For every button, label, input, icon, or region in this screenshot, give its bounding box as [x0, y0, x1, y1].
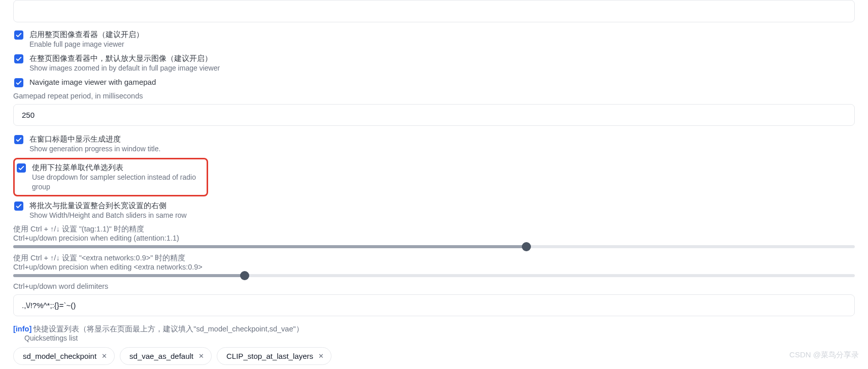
checkbox-zoomed-en: Show images zoomed in by default in full… [29, 63, 220, 73]
quicksettings-cn: 快捷设置列表（将显示在页面最上方，建议填入"sd_model_checkpoin… [34, 325, 303, 333]
tag-item[interactable]: sd_model_checkpoint ✕ [13, 347, 115, 365]
slider-fill [13, 245, 526, 248]
checkbox-batch-en: Show Width/Height and Batch sliders in s… [29, 211, 187, 220]
tag-item[interactable]: CLIP_stop_at_last_layers ✕ [217, 347, 331, 365]
close-icon[interactable]: ✕ [102, 352, 107, 360]
highlight-dropdown: 使用下拉菜单取代单选列表 Use dropdown for sampler se… [13, 158, 208, 196]
checkbox-icon [14, 78, 23, 87]
watermark: CSDN @菜鸟分享录 [789, 350, 859, 360]
checkbox-icon [17, 163, 26, 173]
checkbox-dropdown-cn: 使用下拉菜单取代单选列表 [32, 162, 204, 173]
info-tag: [info] [13, 325, 31, 333]
slider1-label-cn: 使用 Ctrl + ↑/↓ 设置 "(tag:1.1)" 时的精度 [13, 224, 855, 234]
checkbox-fullpage[interactable]: 启用整页图像查看器（建议开启） Enable full page image v… [14, 29, 855, 49]
tag-label: sd_vae_as_default [129, 352, 193, 360]
checkbox-progress[interactable]: 在窗口标题中显示生成进度 Show generation progress in… [14, 134, 855, 154]
slider2-label-cn: 使用 Ctrl + ↑/↓ 设置 "<extra networks:0.9>" … [13, 253, 855, 263]
empty-input-box[interactable] [13, 0, 855, 22]
checkbox-gamepad-label: Navigate image viewer with gamepad [29, 77, 156, 87]
checkbox-fullpage-cn: 启用整页图像查看器（建议开启） [29, 29, 144, 40]
checkbox-batch-cn: 将批次与批量设置整合到长宽设置的右侧 [29, 200, 187, 211]
slider2-label-en: Ctrl+up/down precision when editing <ext… [13, 263, 855, 271]
slider-extranetworks[interactable] [13, 274, 855, 277]
slider-attention[interactable] [13, 245, 855, 248]
checkbox-fullpage-en: Enable full page image viewer [29, 40, 144, 49]
delimiters-input[interactable] [13, 294, 855, 316]
checkbox-icon [14, 54, 23, 63]
checkbox-icon [14, 30, 23, 40]
tag-label: sd_model_checkpoint [23, 352, 96, 360]
checkbox-gamepad[interactable]: Navigate image viewer with gamepad [14, 77, 855, 87]
delimiters-label: Ctrl+up/down word delimiters [13, 282, 855, 290]
close-icon[interactable]: ✕ [198, 352, 204, 360]
checkbox-icon [14, 135, 23, 144]
slider-fill [13, 274, 245, 277]
checkbox-icon [14, 202, 23, 211]
close-icon[interactable]: ✕ [318, 352, 324, 360]
checkbox-dropdown-en: Use dropdown for sampler selection inste… [32, 173, 204, 192]
slider-thumb[interactable] [522, 242, 531, 251]
quicksettings-tags[interactable]: sd_model_checkpoint ✕ sd_vae_as_default … [13, 347, 855, 365]
quicksettings-label: [info] 快捷设置列表（将显示在页面最上方，建议填入"sd_model_ch… [13, 324, 855, 334]
slider-thumb[interactable] [240, 271, 249, 280]
tag-item[interactable]: sd_vae_as_default ✕ [120, 347, 212, 365]
gamepad-period-label: Gamepad repeat period, in milliseconds [13, 92, 855, 100]
checkbox-progress-en: Show generation progress in window title… [29, 144, 160, 154]
checkbox-batch[interactable]: 将批次与批量设置整合到长宽设置的右侧 Show Width/Height and… [14, 200, 855, 220]
quicksettings-sub: Quicksettings list [24, 334, 855, 342]
checkbox-progress-cn: 在窗口标题中显示生成进度 [29, 134, 160, 144]
gamepad-period-input[interactable] [13, 104, 855, 126]
checkbox-zoomed-cn: 在整页图像查看器中，默认放大显示图像（建议开启） [29, 53, 220, 63]
tag-label: CLIP_stop_at_last_layers [226, 352, 313, 360]
checkbox-zoomed[interactable]: 在整页图像查看器中，默认放大显示图像（建议开启） Show images zoo… [14, 53, 855, 73]
slider1-label-en: Ctrl+up/down precision when editing (att… [13, 234, 855, 242]
checkbox-dropdown[interactable]: 使用下拉菜单取代单选列表 Use dropdown for sampler se… [17, 162, 204, 192]
